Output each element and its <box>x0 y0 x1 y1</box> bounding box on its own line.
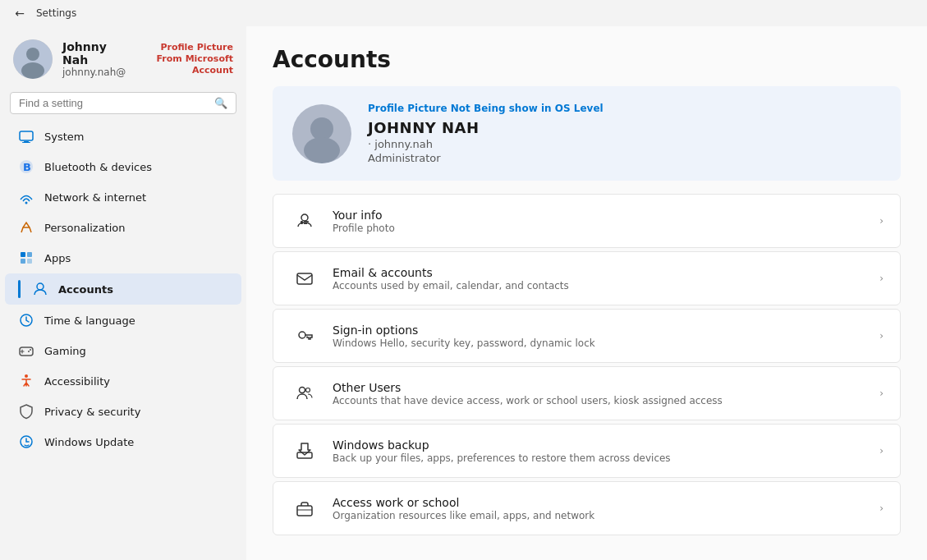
system-icon <box>18 128 34 145</box>
back-button[interactable]: ← <box>10 3 30 23</box>
signin-title: Sign-in options <box>333 324 866 337</box>
time-icon <box>18 312 34 328</box>
accessibility-icon <box>18 373 34 389</box>
chevron-icon-your-info: › <box>879 215 883 227</box>
backup-title: Windows backup <box>333 438 866 452</box>
profile-details: Profile Picture Not Being show in OS Lev… <box>368 103 603 164</box>
svg-point-17 <box>30 349 31 351</box>
svg-rect-3 <box>20 131 33 140</box>
svg-point-28 <box>300 388 305 393</box>
sidebar-label-apps: Apps <box>44 252 71 264</box>
personalization-icon <box>18 219 34 236</box>
svg-point-29 <box>306 388 310 392</box>
sidebar-item-personalization[interactable]: Personalization <box>5 213 241 242</box>
app-title: Settings <box>36 7 76 19</box>
content-area: Accounts Profile Picture Not Being show … <box>246 26 927 560</box>
svg-rect-12 <box>27 259 32 264</box>
sidebar-label-update: Windows Update <box>44 436 134 448</box>
sidebar-item-system[interactable]: System <box>5 122 241 151</box>
backup-icon <box>290 436 319 466</box>
svg-rect-10 <box>27 252 32 257</box>
settings-list: Your info Profile photo › Email & accoun… <box>273 194 901 537</box>
sidebar-item-network[interactable]: Network & internet <box>5 182 241 212</box>
sidebar-nav: System B Bluetooth & devices <box>0 121 246 457</box>
svg-rect-9 <box>21 252 25 257</box>
backup-desc: Back up your files, apps, preferences to… <box>333 452 866 464</box>
settings-item-email-accounts[interactable]: Email & accounts Accounts used by email,… <box>273 251 901 305</box>
email-accounts-title: Email & accounts <box>333 266 866 279</box>
sidebar-label-privacy: Privacy & security <box>44 406 140 418</box>
profile-card: Profile Picture Not Being show in OS Lev… <box>273 86 901 181</box>
svg-point-18 <box>25 374 28 378</box>
users-icon <box>290 379 319 408</box>
user-info: Johnny Nah johnny.nah@ <box>62 40 126 78</box>
search-box[interactable]: 🔍 <box>10 92 236 114</box>
network-icon <box>18 189 34 205</box>
sidebar-label-bluetooth: Bluetooth & devices <box>44 161 152 173</box>
profile-avatar <box>292 104 351 163</box>
apps-icon <box>18 250 34 266</box>
your-info-title: Your info <box>333 209 866 222</box>
svg-point-8 <box>25 202 28 204</box>
sidebar-label-time: Time & language <box>44 314 135 327</box>
settings-item-your-info[interactable]: Your info Profile photo › <box>273 194 901 248</box>
svg-rect-5 <box>22 142 30 143</box>
settings-item-signin[interactable]: Sign-in options Windows Hello, security … <box>273 309 901 363</box>
settings-item-work-school[interactable]: Access work or school Organization resou… <box>273 481 901 535</box>
title-bar: ← Settings <box>0 0 927 26</box>
email-accounts-desc: Accounts used by email, calendar, and co… <box>333 280 866 291</box>
main-layout: Johnny Nah johnny.nah@ Profile Picture F… <box>0 26 927 560</box>
sidebar-label-gaming: Gaming <box>44 345 86 357</box>
sidebar-item-accounts[interactable]: Accounts <box>5 273 241 305</box>
accounts-icon <box>32 281 48 297</box>
briefcase-icon <box>290 493 319 523</box>
svg-point-1 <box>26 48 39 61</box>
sidebar-item-privacy[interactable]: Privacy & security <box>5 397 241 426</box>
your-info-icon <box>290 206 319 236</box>
gaming-icon <box>18 342 34 359</box>
svg-point-13 <box>37 283 44 290</box>
svg-point-2 <box>21 62 44 79</box>
sidebar-label-personalization: Personalization <box>44 222 126 234</box>
sidebar: Johnny Nah johnny.nah@ Profile Picture F… <box>0 26 246 560</box>
sidebar-item-apps[interactable]: Apps <box>5 243 241 273</box>
signin-text: Sign-in options Windows Hello, security … <box>333 324 866 349</box>
profile-domain: · johnny.nah <box>368 138 603 150</box>
work-school-title: Access work or school <box>333 496 866 509</box>
your-info-desc: Profile photo <box>333 223 866 234</box>
user-name: Johnny Nah <box>62 40 126 67</box>
settings-item-other-users[interactable]: Other Users Accounts that have device ac… <box>273 366 901 420</box>
sidebar-item-update[interactable]: Windows Update <box>5 427 241 457</box>
settings-item-backup[interactable]: Windows backup Back up your files, apps,… <box>273 424 901 478</box>
avatar <box>13 39 53 79</box>
work-school-text: Access work or school Organization resou… <box>333 496 866 521</box>
page-title: Accounts <box>273 46 901 73</box>
sidebar-label-accounts: Accounts <box>58 283 113 296</box>
active-indicator <box>18 280 21 298</box>
search-input[interactable] <box>19 97 208 109</box>
profile-picture-warning: Profile Picture Not Being show in OS Lev… <box>368 103 603 114</box>
chevron-icon-work-school: › <box>879 503 883 514</box>
bluetooth-icon: B <box>18 158 34 175</box>
search-icon: 🔍 <box>214 97 227 109</box>
email-accounts-text: Email & accounts Accounts used by email,… <box>333 266 866 291</box>
chevron-icon-email: › <box>879 273 883 284</box>
search-container: 🔍 <box>0 89 246 121</box>
svg-point-27 <box>299 332 305 338</box>
email-icon <box>290 264 319 293</box>
sidebar-item-accessibility[interactable]: Accessibility <box>5 366 241 396</box>
sidebar-label-accessibility: Accessibility <box>44 375 110 388</box>
backup-text: Windows backup Back up your files, apps,… <box>333 438 866 464</box>
svg-rect-26 <box>297 273 312 284</box>
sidebar-item-bluetooth[interactable]: B Bluetooth & devices <box>5 152 241 181</box>
sidebar-item-time[interactable]: Time & language <box>5 305 241 335</box>
profile-username: JOHNNY NAH <box>368 119 603 136</box>
sidebar-item-gaming[interactable]: Gaming <box>5 336 241 365</box>
svg-rect-31 <box>297 506 312 516</box>
key-icon <box>290 321 319 351</box>
other-users-title: Other Users <box>333 381 866 394</box>
chevron-icon-signin: › <box>879 330 883 342</box>
privacy-icon <box>18 403 34 420</box>
sidebar-label-system: System <box>44 131 84 143</box>
svg-point-21 <box>304 137 340 163</box>
